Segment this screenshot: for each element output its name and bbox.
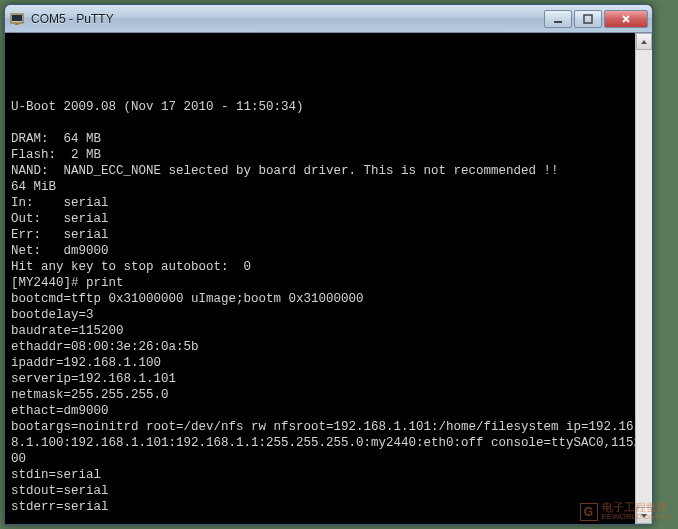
terminal-line: serverip=192.168.1.101 (11, 371, 646, 387)
terminal-line: ipaddr=192.168.1.100 (11, 355, 646, 371)
terminal-line: bootdelay=3 (11, 307, 646, 323)
terminal-line: netmask=255.255.255.0 (11, 387, 646, 403)
window-controls (544, 10, 648, 28)
scroll-track[interactable] (636, 50, 652, 507)
terminal-line: NAND: NAND_ECC_NONE selected by board dr… (11, 163, 646, 179)
terminal-line (11, 515, 646, 524)
watermark: G 电子工程世界 EEWORLD.com.cn (580, 502, 670, 521)
minimize-button[interactable] (544, 10, 572, 28)
terminal-line: ethaddr=08:00:3e:26:0a:5b (11, 339, 646, 355)
terminal-line: Err: serial (11, 227, 646, 243)
window-title: COM5 - PuTTY (31, 12, 544, 26)
maximize-button[interactable] (574, 10, 602, 28)
terminal[interactable]: U-Boot 2009.08 (Nov 17 2010 - 11:50:34) … (5, 33, 652, 524)
scroll-up-button[interactable] (636, 33, 652, 50)
terminal-line: Out: serial (11, 211, 646, 227)
terminal-line (11, 83, 646, 99)
terminal-line: Flash: 2 MB (11, 147, 646, 163)
terminal-line (11, 67, 646, 83)
terminal-line (11, 115, 646, 131)
watermark-sub: EEWORLD.com.cn (602, 513, 670, 521)
putty-window: COM5 - PuTTY U-Boot 2009.08 (Nov 17 2010… (4, 4, 653, 525)
terminal-line: ethact=dm9000 (11, 403, 646, 419)
terminal-line: DRAM: 64 MB (11, 131, 646, 147)
terminal-line: Hit any key to stop autoboot: 0 (11, 259, 646, 275)
svg-rect-1 (12, 15, 22, 21)
terminal-line: stdout=serial (11, 483, 646, 499)
titlebar[interactable]: COM5 - PuTTY (5, 5, 652, 33)
scrollbar[interactable] (635, 33, 652, 524)
terminal-line: Net: dm9000 (11, 243, 646, 259)
terminal-line: 64 MiB (11, 179, 646, 195)
terminal-line: stdin=serial (11, 467, 646, 483)
close-button[interactable] (604, 10, 648, 28)
watermark-logo: G (580, 503, 598, 521)
svg-rect-2 (15, 23, 19, 25)
terminal-line: bootcmd=tftp 0x31000000 uImage;bootm 0x3… (11, 291, 646, 307)
terminal-line: stderr=serial (11, 499, 646, 515)
app-icon (9, 11, 25, 27)
terminal-line: [MY2440]# print (11, 275, 646, 291)
terminal-line: bootargs=noinitrd root=/dev/nfs rw nfsro… (11, 419, 646, 467)
svg-rect-3 (554, 21, 562, 23)
terminal-line: U-Boot 2009.08 (Nov 17 2010 - 11:50:34) (11, 99, 646, 115)
terminal-line: In: serial (11, 195, 646, 211)
svg-rect-4 (584, 15, 592, 23)
terminal-line: baudrate=115200 (11, 323, 646, 339)
